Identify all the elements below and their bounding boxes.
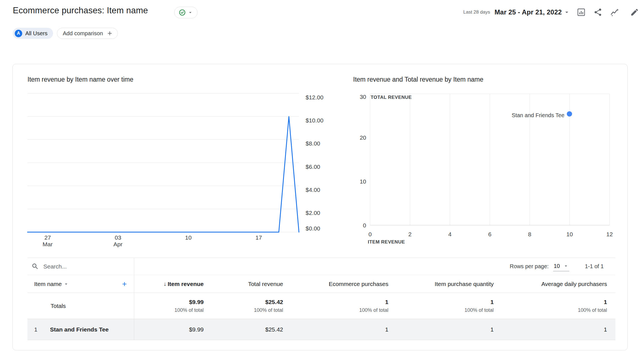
column-header-average-daily-purchasers[interactable]: Average daily purchasers — [502, 275, 615, 293]
share-button[interactable] — [592, 7, 603, 18]
svg-text:10: 10 — [360, 178, 366, 185]
totals-value: $9.99 — [189, 299, 204, 305]
totals-value: 1 — [385, 299, 388, 305]
row-cell: $25.42 — [212, 319, 291, 340]
svg-text:6: 6 — [488, 231, 491, 237]
rows-per-page-select[interactable]: 10 — [553, 262, 569, 271]
date-range-text: Mar 25 - Apr 21, 2022 — [495, 8, 562, 16]
totals-cell: 1 100% of total — [291, 293, 397, 319]
table-pagination-controls: Rows per page: 10 1-1 of 1 — [134, 258, 615, 275]
svg-text:Mar: Mar — [43, 241, 53, 247]
comparison-chip-all-users[interactable]: A All Users — [13, 28, 53, 39]
date-range-preset-label: Last 28 days — [463, 9, 490, 15]
svg-text:20: 20 — [360, 134, 366, 141]
column-header-label: Item purchase quantity — [435, 281, 494, 287]
svg-text:ITEM REVENUE: ITEM REVENUE — [368, 239, 405, 245]
column-header-item-purchase-quantity[interactable]: Item purchase quantity — [397, 275, 502, 293]
row-dimension-cell: 1 Stan and Friends Tee — [28, 319, 134, 340]
svg-text:Apr: Apr — [113, 241, 123, 247]
svg-text:4: 4 — [448, 231, 451, 237]
svg-text:10: 10 — [185, 234, 191, 241]
totals-cell: 1 100% of total — [397, 293, 502, 319]
row-value: $9.99 — [189, 326, 204, 333]
totals-value: 1 — [604, 299, 607, 305]
insights-icon — [610, 7, 619, 17]
line-chart-title: Item revenue by Item name over time — [28, 76, 133, 83]
svg-text:10: 10 — [566, 231, 573, 237]
column-header-label: Total revenue — [248, 281, 283, 287]
svg-text:8: 8 — [528, 231, 531, 237]
edit-report-button[interactable] — [629, 7, 640, 18]
insights-button[interactable] — [609, 7, 620, 18]
plus-icon — [121, 280, 128, 288]
totals-cell: 1 100% of total — [502, 293, 615, 319]
row-item-name: Stan and Friends Tee — [50, 326, 109, 333]
totals-subtext: 100% of total — [359, 307, 388, 313]
plus-icon — [106, 30, 113, 37]
chevron-down-icon — [563, 263, 569, 269]
column-header-label: Average daily purchasers — [541, 281, 607, 287]
column-header-item-name-cell: Item name — [28, 275, 134, 293]
customize-report-button[interactable] — [576, 7, 587, 18]
totals-subtext: 100% of total — [174, 307, 204, 313]
column-header-item-revenue[interactable]: ↓ Item revenue — [134, 275, 212, 293]
svg-text:03: 03 — [115, 234, 121, 241]
svg-text:17: 17 — [256, 234, 262, 241]
comparison-chip-label: All Users — [25, 30, 48, 37]
rows-per-page-label: Rows per page: — [510, 263, 549, 270]
svg-text:$6.00: $6.00 — [306, 164, 320, 170]
svg-text:TOTAL REVENUE: TOTAL REVENUE — [371, 95, 412, 100]
row-value: 1 — [604, 326, 607, 333]
scatter-chart-title: Item revenue and Total revenue by Item n… — [353, 76, 483, 83]
row-cell: 1 — [397, 319, 502, 340]
table-row[interactable]: 1 Stan and Friends Tee $9.99 $25.42 1 1 … — [28, 319, 615, 340]
svg-text:0: 0 — [363, 222, 366, 229]
table-header-row: Item name ↓ Item revenue Total reven — [28, 275, 615, 293]
chevron-down-icon — [63, 281, 69, 287]
totals-cell: $9.99 100% of total — [134, 293, 212, 319]
svg-text:Stan and Friends Tee: Stan and Friends Tee — [512, 112, 565, 118]
svg-text:27: 27 — [44, 234, 51, 241]
svg-text:0: 0 — [368, 231, 372, 237]
column-header-label: Ecommerce purchases — [329, 281, 388, 287]
row-value: 1 — [385, 326, 388, 333]
header-toolbar: Last 28 days Mar 25 - Apr 21, 2022 — [463, 6, 640, 18]
comparison-chips: A All Users Add comparison — [13, 28, 118, 39]
add-comparison-label: Add comparison — [63, 30, 103, 37]
column-header-item-name[interactable]: Item name — [34, 281, 62, 287]
svg-text:30: 30 — [360, 94, 366, 100]
customize-report-icon — [576, 7, 586, 17]
pagination-status: 1-1 of 1 — [585, 263, 604, 270]
totals-label-cell: Totals — [28, 293, 134, 319]
svg-text:2: 2 — [408, 231, 412, 237]
svg-text:$12.00: $12.00 — [306, 94, 323, 101]
page-title: Ecommerce purchases: Item name — [13, 6, 148, 16]
row-value: $25.42 — [265, 326, 283, 333]
date-range-picker[interactable]: Mar 25 - Apr 21, 2022 — [495, 8, 570, 16]
totals-subtext: 100% of total — [578, 307, 607, 313]
svg-text:$0.00: $0.00 — [306, 225, 320, 232]
search-icon — [31, 263, 39, 270]
column-header-total-revenue[interactable]: Total revenue — [212, 275, 291, 293]
totals-subtext: 100% of total — [465, 307, 494, 313]
row-cell: $9.99 — [134, 319, 212, 340]
comparison-avatar: A — [15, 30, 22, 37]
row-cell: 1 — [502, 319, 615, 340]
row-index: 1 — [34, 326, 50, 333]
line-chart: $0.00$2.00$4.00$6.00$8.00$10.00$12.0027M… — [27, 89, 341, 250]
report-card: Item revenue by Item name over time Item… — [13, 64, 628, 350]
svg-text:$2.00: $2.00 — [306, 210, 320, 216]
search-input[interactable] — [43, 263, 112, 270]
totals-label: Totals — [51, 303, 66, 309]
report-status-badge[interactable] — [174, 7, 198, 18]
pencil-icon — [630, 8, 639, 17]
column-header-ecommerce-purchases[interactable]: Ecommerce purchases — [291, 275, 397, 293]
add-dimension-button[interactable] — [119, 279, 129, 289]
svg-text:$8.00: $8.00 — [306, 140, 320, 147]
add-comparison-button[interactable]: Add comparison — [57, 28, 118, 39]
totals-row: Totals $9.99 100% of total $25.42 100% o… — [28, 293, 615, 319]
check-circle-icon — [179, 9, 186, 16]
table-toolbar-row: Rows per page: 10 1-1 of 1 — [28, 258, 615, 275]
sort-desc-icon: ↓ — [163, 281, 166, 287]
totals-subtext: 100% of total — [254, 307, 283, 313]
